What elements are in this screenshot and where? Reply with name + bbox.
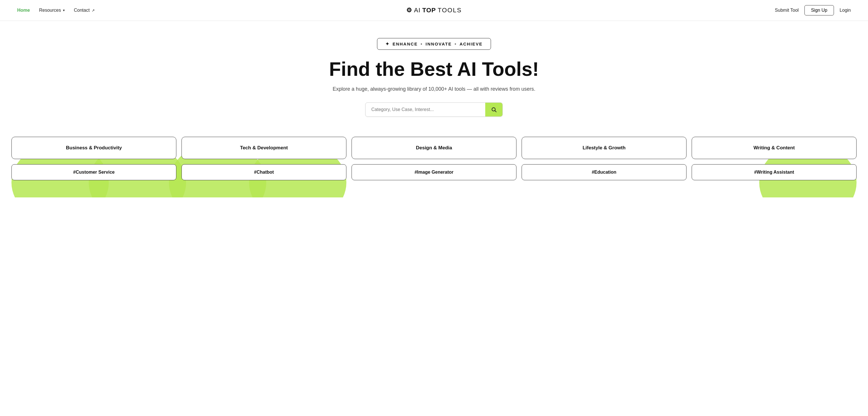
category-business-productivity[interactable]: Business & Productivity: [11, 137, 176, 159]
enhance-badge: ✦ ENHANCE • INNOVATE • ACHIEVE: [377, 38, 491, 50]
navbar: Home Resources ▾ Contact ↗ ⚙ AITOPTOOLS …: [0, 0, 868, 21]
nav-contact-link[interactable]: Contact ↗: [74, 8, 95, 13]
tag-education[interactable]: #Education: [522, 164, 686, 180]
nav-left: Home Resources ▾ Contact ↗: [17, 8, 95, 13]
tag-image-generator[interactable]: #Image Generator: [351, 164, 517, 180]
categories-section: Business & Productivity Tech & Developme…: [0, 137, 868, 197]
logo-gear-icon: ⚙: [406, 7, 412, 14]
nav-home-link[interactable]: Home: [17, 8, 30, 13]
nav-resources-link[interactable]: Resources ▾: [39, 8, 64, 13]
category-design-media[interactable]: Design & Media: [351, 137, 517, 159]
badge-achieve: ACHIEVE: [460, 41, 483, 46]
badge-dot-1: •: [421, 41, 423, 46]
external-link-icon: ↗: [92, 8, 95, 12]
chevron-down-icon: ▾: [63, 8, 65, 12]
hero-subtitle: Explore a huge, always-growing library o…: [333, 86, 535, 92]
search-button[interactable]: [485, 103, 502, 117]
badge-innovate: INNOVATE: [426, 41, 452, 46]
badge-dot-2: •: [455, 41, 457, 46]
submit-tool-link[interactable]: Submit Tool: [775, 8, 799, 13]
category-grid: Business & Productivity Tech & Developme…: [11, 137, 857, 180]
search-icon: [491, 107, 497, 113]
category-tech-development[interactable]: Tech & Development: [182, 137, 346, 159]
search-bar: [365, 102, 503, 117]
site-logo[interactable]: ⚙ AITOPTOOLS: [406, 7, 462, 14]
signup-button[interactable]: Sign Up: [804, 5, 834, 15]
tag-chatbot[interactable]: #Chatbot: [182, 164, 346, 180]
category-lifestyle-growth[interactable]: Lifestyle & Growth: [522, 137, 686, 159]
badge-enhance: ENHANCE: [393, 41, 418, 46]
tag-writing-assistant[interactable]: #Writing Assistant: [692, 164, 857, 180]
svg-line-1: [495, 111, 496, 112]
hero-title: Find the Best AI Tools!: [329, 58, 539, 80]
nav-right: Submit Tool Sign Up Login: [775, 5, 851, 15]
logo-top-text: TOP: [422, 7, 436, 14]
logo-tools-text: TOOLS: [438, 7, 462, 14]
login-link[interactable]: Login: [840, 8, 851, 13]
logo-ai-text: AI: [414, 7, 421, 14]
tag-customer-service[interactable]: #Customer Service: [11, 164, 176, 180]
category-writing-content[interactable]: Writing & Content: [692, 137, 857, 159]
search-input[interactable]: [366, 103, 485, 116]
star-icon: ✦: [385, 41, 390, 46]
hero-section: ✦ ENHANCE • INNOVATE • ACHIEVE Find the …: [0, 21, 868, 123]
